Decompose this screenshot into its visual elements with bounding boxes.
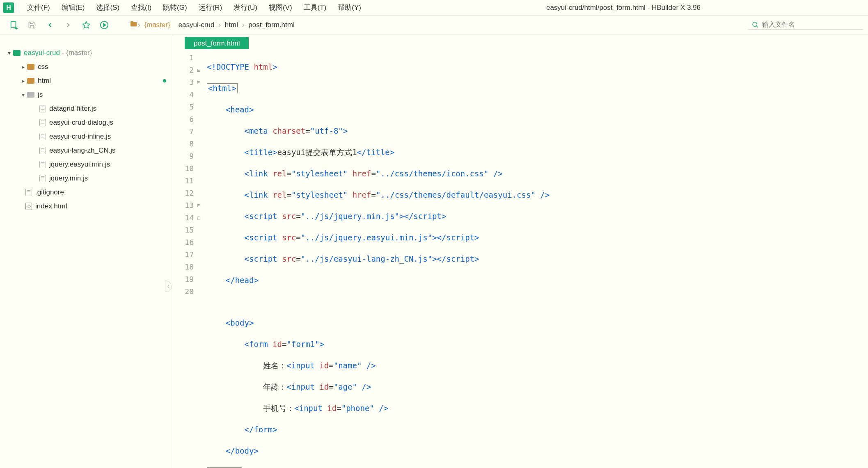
file-label: easyui-crud-dialog.js xyxy=(49,119,168,127)
file-icon xyxy=(39,105,46,112)
menu-goto[interactable]: 跳转(G) xyxy=(157,3,193,12)
toolbar: › {master} easyui-crud › html › post_for… xyxy=(0,16,868,34)
folder-icon xyxy=(130,21,138,29)
folder-label: html xyxy=(38,77,163,85)
tree-file-gitignore[interactable]: .gitignore xyxy=(0,185,173,199)
modified-dot-icon xyxy=(163,79,166,82)
file-label: easyui-lang-zh_CN.js xyxy=(49,146,168,155)
search-input[interactable] xyxy=(762,21,860,28)
file-icon xyxy=(39,175,46,182)
svg-marker-5 xyxy=(103,23,105,26)
tree-folder-css[interactable]: ▸ css xyxy=(0,60,173,74)
file-icon xyxy=(39,133,46,140)
tree-file[interactable]: jquery.min.js xyxy=(0,171,173,185)
file-label: .gitignore xyxy=(35,188,168,196)
menu-publish[interactable]: 发行(U) xyxy=(228,3,263,12)
file-icon xyxy=(39,147,46,154)
svg-marker-3 xyxy=(83,21,90,28)
app-logo: H xyxy=(3,2,14,13)
fold-gutter[interactable]: ⊟⊟⊟⊟ xyxy=(197,52,205,468)
folder-icon xyxy=(27,78,34,84)
menu-select[interactable]: 选择(S) xyxy=(90,3,125,12)
folder-label: css xyxy=(38,63,168,71)
code-area[interactable]: 1234567891011121314151617181920 ⊟⊟⊟⊟ <!D… xyxy=(173,49,868,468)
chevron-right-icon: ▸ xyxy=(19,64,27,70)
run-button[interactable] xyxy=(95,18,113,32)
search-icon xyxy=(751,21,759,28)
file-label: jquery.min.js xyxy=(49,174,168,183)
folder-icon xyxy=(13,50,21,56)
folder-icon xyxy=(27,64,34,70)
file-icon xyxy=(25,189,32,196)
window-title: easyui-crud/html/post_form.html - HBuild… xyxy=(546,4,865,12)
back-button[interactable] xyxy=(41,18,59,32)
save-button[interactable] xyxy=(23,18,41,32)
svg-point-6 xyxy=(753,22,757,27)
file-search[interactable] xyxy=(748,20,863,30)
new-file-button[interactable] xyxy=(5,18,23,32)
tab-active[interactable]: post_form.html xyxy=(185,37,249,49)
folder-label: js xyxy=(38,91,168,99)
file-label: jquery.easyui.min.js xyxy=(49,160,168,169)
code-content[interactable]: <!DOCTYPE html> <html> <head> <meta char… xyxy=(205,52,868,468)
breadcrumb: › {master} easyui-crud › html › post_for… xyxy=(130,21,299,29)
menu-tool[interactable]: 工具(T) xyxy=(298,3,332,12)
tree-file[interactable]: easyui-crud-inline.js xyxy=(0,130,173,144)
menu-help[interactable]: 帮助(Y) xyxy=(332,3,367,12)
file-label: datagrid-filter.js xyxy=(49,105,168,113)
forward-button[interactable] xyxy=(59,18,77,32)
editor: ‹ post_form.html 12345678910111213141516… xyxy=(173,34,868,468)
menubar: H 文件(F) 编辑(E) 选择(S) 查找(I) 跳转(G) 运行(R) 发行… xyxy=(0,0,868,16)
svg-rect-0 xyxy=(11,21,16,27)
line-gutter: 1234567891011121314151617181920 xyxy=(173,52,197,468)
favorite-button[interactable] xyxy=(77,18,95,32)
file-label: easyui-crud-inline.js xyxy=(49,132,168,141)
folder-open-icon xyxy=(27,92,34,98)
tree-file[interactable]: easyui-lang-zh_CN.js xyxy=(0,144,173,158)
main-area: ▾ easyui-crud - {master} ▸ css ▸ html ▾ … xyxy=(0,34,868,468)
tab-bar: post_form.html xyxy=(173,34,868,49)
menu-file[interactable]: 文件(F) xyxy=(21,3,56,12)
chevron-right-icon: ▸ xyxy=(19,78,27,84)
svg-line-7 xyxy=(756,26,758,27)
code-file-icon: <> xyxy=(25,203,32,210)
file-label: index.html xyxy=(35,202,168,210)
tree-folder-html[interactable]: ▸ html xyxy=(0,74,173,88)
tree-file[interactable]: jquery.easyui.min.js xyxy=(0,158,173,171)
breadcrumb-file[interactable]: post_form.html xyxy=(244,21,298,29)
tree-file-index[interactable]: <>index.html xyxy=(0,199,173,213)
branch-label: - {master} xyxy=(62,49,92,57)
file-icon xyxy=(39,119,46,126)
tree-file[interactable]: easyui-crud-dialog.js xyxy=(0,116,173,130)
chevron-down-icon: ▾ xyxy=(19,91,27,98)
tree-file[interactable]: datagrid-filter.js xyxy=(0,102,173,116)
breadcrumb-project[interactable]: easyui-crud xyxy=(174,21,219,29)
file-icon xyxy=(39,161,46,168)
menu-find[interactable]: 查找(I) xyxy=(125,3,157,12)
chevron-down-icon: ▾ xyxy=(5,50,13,56)
tree-root[interactable]: ▾ easyui-crud - {master} xyxy=(0,46,173,60)
tree-folder-js[interactable]: ▾ js xyxy=(0,88,173,102)
project-name: easyui-crud xyxy=(24,49,60,57)
menu-run[interactable]: 运行(R) xyxy=(193,3,228,12)
project-tree: ▾ easyui-crud - {master} ▸ css ▸ html ▾ … xyxy=(0,34,173,468)
breadcrumb-branch[interactable]: {master} xyxy=(140,21,174,29)
menu-view[interactable]: 视图(V) xyxy=(263,3,298,12)
menu-edit[interactable]: 编辑(E) xyxy=(56,3,91,12)
breadcrumb-dir[interactable]: html xyxy=(221,21,242,29)
